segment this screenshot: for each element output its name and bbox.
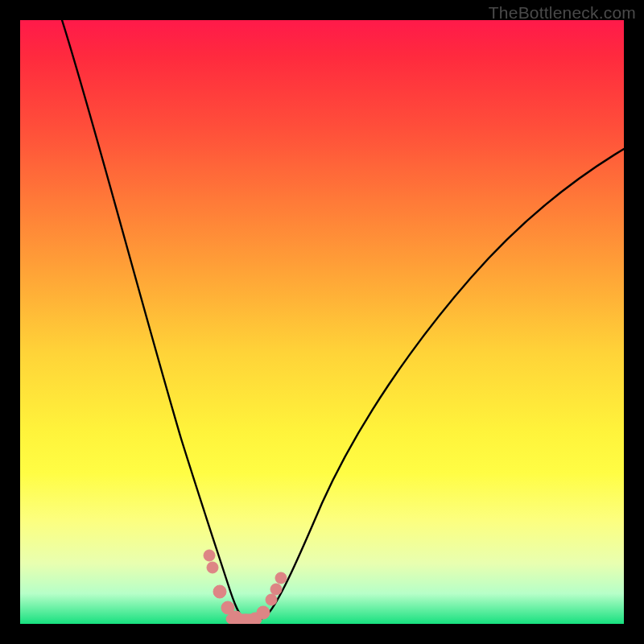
marker-dot (275, 572, 287, 584)
marker-dot (213, 585, 226, 598)
bottleneck-curve-path (62, 20, 624, 622)
marker-dot (207, 562, 218, 573)
chart-frame: TheBottleneck.com (0, 0, 644, 644)
marker-bar (226, 614, 260, 624)
marker-dot (270, 584, 282, 595)
marker-dot (204, 550, 215, 561)
plot-area (20, 20, 624, 624)
watermark-text: TheBottleneck.com (489, 3, 636, 23)
marker-dot (266, 594, 277, 605)
bottleneck-curve-svg (20, 20, 624, 624)
bottom-markers-group (204, 550, 287, 624)
